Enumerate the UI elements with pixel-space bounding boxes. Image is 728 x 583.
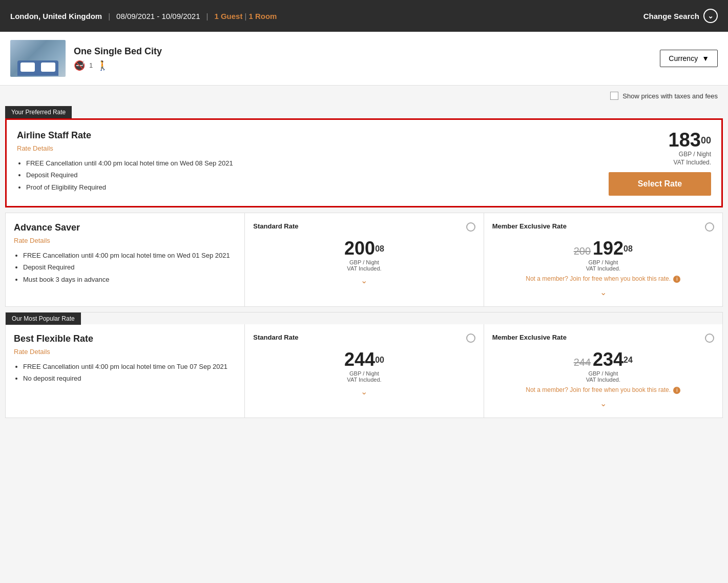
best-flexible-details-link[interactable]: Rate Details <box>14 348 50 356</box>
preferred-feature-3: Proof of Eligibility Required <box>26 181 609 193</box>
best-flexible-standard-price-dec: 00 <box>375 356 384 364</box>
taxes-checkbox[interactable] <box>610 92 618 100</box>
filters-bar: Show prices with taxes and fees <box>0 86 728 106</box>
room-info: One Single Bed City 🚭 1 🚶 <box>74 46 162 71</box>
room-name: One Single Bed City <box>74 46 162 57</box>
preferred-price-display: 18300 <box>669 130 711 150</box>
preferred-badge: Your Preferred Rate <box>5 106 72 118</box>
header: London, United Kingdom | 08/09/2021 - 10… <box>0 0 728 32</box>
advance-saver-standard-note: VAT Included. <box>253 265 475 272</box>
header-guests: 1 Guest <box>214 12 242 20</box>
best-flexible-wrapper: Our Most Popular Rate Best Flexible Rate… <box>5 312 723 418</box>
room-header: One Single Bed City 🚭 1 🚶 Currency ▼ <box>0 32 728 86</box>
best-flexible-standard-radio[interactable] <box>466 334 475 343</box>
preferred-price-unit: GBP / Night <box>669 151 711 158</box>
advance-saver-member-radio[interactable] <box>705 222 714 232</box>
advance-saver-details-link[interactable]: Rate Details <box>14 237 50 244</box>
info-icon-2: i <box>673 387 680 394</box>
preferred-rate-name: Airline Staff Rate <box>17 130 609 141</box>
advance-saver-row: Advance Saver Rate Details FREE Cancella… <box>6 213 722 306</box>
preferred-section: Your Preferred Rate Airline Staff Rate R… <box>5 106 723 207</box>
currency-label: Currency <box>669 54 698 63</box>
best-flexible-member-expand[interactable]: ⌄ <box>492 399 714 408</box>
advance-saver-features: FREE Cancellation until 4:00 pm local ho… <box>14 249 236 285</box>
header-divider-2: | <box>206 12 209 20</box>
change-search-button[interactable]: Change Search ⌄ <box>643 9 718 23</box>
header-rooms: 1 Room <box>248 12 277 20</box>
currency-button[interactable]: Currency ▼ <box>660 50 718 67</box>
best-flexible-member-note: VAT Included. <box>492 377 714 383</box>
best-flexible-features: FREE Cancellation until 4:00 pm local ho… <box>14 361 236 385</box>
best-flexible-member-radio[interactable] <box>705 334 714 343</box>
best-flexible-feature-2: No deposit required <box>23 372 236 384</box>
advance-saver-member-header: Member Exclusive Rate <box>492 222 714 232</box>
preferred-price-decimal: 00 <box>701 135 711 145</box>
best-flexible-standard-expand[interactable]: ⌄ <box>253 387 475 397</box>
advance-saver-member-label: Member Exclusive Rate <box>492 222 567 230</box>
best-flexible-feature-1: FREE Cancellation until 4:00 pm local ho… <box>23 361 236 372</box>
room-image-inner <box>10 40 66 77</box>
advance-saver-promo-text: Not a member? Join for free when you boo… <box>526 275 671 282</box>
advance-saver-standard-col: Standard Rate 20008 GBP / Night VAT Incl… <box>244 213 483 306</box>
best-flexible-info-col: Best Flexible Rate Rate Details FREE Can… <box>6 324 244 418</box>
advance-saver-member-expand[interactable]: ⌄ <box>492 287 714 297</box>
best-flexible-standard-header: Standard Rate <box>253 334 475 343</box>
preferred-price-whole: 183 <box>669 129 701 151</box>
rates-section: Advance Saver Rate Details FREE Cancella… <box>5 213 723 418</box>
currency-chevron-icon: ▼ <box>702 54 709 63</box>
advance-saver-standard-price-whole: 200 <box>344 238 375 259</box>
room-icons: 🚭 1 🚶 <box>74 60 162 71</box>
header-divider-1: | <box>108 12 110 20</box>
advance-saver-wrapper: Advance Saver Rate Details FREE Cancella… <box>5 213 723 307</box>
advance-saver-info-col: Advance Saver Rate Details FREE Cancella… <box>6 213 244 306</box>
header-dates: 08/09/2021 - 10/09/2021 <box>116 12 200 20</box>
preferred-rate-card: Airline Staff Rate Rate Details FREE Can… <box>5 118 723 207</box>
preferred-price-note: VAT Included. <box>669 159 711 166</box>
advance-saver-member-unit: GBP / Night <box>492 259 714 265</box>
header-search-info: London, United Kingdom | 08/09/2021 - 10… <box>10 12 277 20</box>
best-flexible-name: Best Flexible Rate <box>14 334 236 344</box>
advance-saver-feature-1: FREE Cancellation until 4:00 pm local ho… <box>23 249 236 261</box>
room-header-left: One Single Bed City 🚭 1 🚶 <box>10 40 162 77</box>
best-flexible-member-price-whole: 234 <box>593 349 623 370</box>
advance-saver-member-price-dec: 08 <box>623 244 633 253</box>
preferred-rate-details-link[interactable]: Rate Details <box>17 144 53 152</box>
info-icon: i <box>673 276 680 283</box>
room-image <box>10 40 66 77</box>
best-flexible-member-header: Member Exclusive Rate <box>492 334 714 343</box>
best-flexible-standard-unit: GBP / Night <box>253 370 475 377</box>
preferred-badge-label: Your Preferred Rate <box>5 106 72 118</box>
best-flexible-standard-price-whole: 244 <box>344 349 375 370</box>
best-flexible-member-old-price: 244 <box>574 357 591 368</box>
best-flexible-member-col: Member Exclusive Rate 244 23424 GBP / Ni… <box>484 324 722 418</box>
room-guests-count: 1 <box>89 61 93 69</box>
advance-saver-member-note: VAT Included. <box>492 265 714 272</box>
chevron-down-icon: ⌄ <box>703 9 718 23</box>
advance-saver-member-col: Member Exclusive Rate 200 19208 GBP / Ni… <box>484 213 722 306</box>
person-icon: 🚶 <box>97 60 108 71</box>
advance-saver-standard-price: 20008 GBP / Night VAT Included. <box>253 238 475 272</box>
preferred-rate-right: 18300 GBP / Night VAT Included. Select R… <box>609 130 711 196</box>
best-flexible-member-promo: Not a member? Join for free when you boo… <box>492 386 714 394</box>
advance-saver-member-price-whole: 192 <box>593 238 623 259</box>
advance-saver-feature-2: Deposit Required <box>23 261 236 273</box>
best-flexible-standard-note: VAT Included. <box>253 377 475 383</box>
advance-saver-feature-3: Must book 3 days in advance <box>23 274 236 285</box>
change-search-label: Change Search <box>643 12 699 20</box>
advance-saver-standard-radio[interactable] <box>466 222 475 232</box>
advance-saver-name: Advance Saver <box>14 222 236 233</box>
best-flexible-member-unit: GBP / Night <box>492 370 714 377</box>
header-location: London, United Kingdom <box>10 12 102 20</box>
best-flexible-standard-label: Standard Rate <box>253 334 298 341</box>
best-flexible-standard-col: Standard Rate 24400 GBP / Night VAT Incl… <box>244 324 483 418</box>
preferred-rate-features: FREE Cancellation until 4:00 pm local ho… <box>17 157 609 193</box>
preferred-price-block: 18300 GBP / Night VAT Included. <box>669 130 711 166</box>
no-smoking-icon: 🚭 <box>74 60 85 71</box>
room-image-bed <box>17 60 58 76</box>
best-flexible-member-label: Member Exclusive Rate <box>492 334 567 341</box>
advance-saver-standard-header: Standard Rate <box>253 222 475 232</box>
advance-saver-standard-expand[interactable]: ⌄ <box>253 276 475 285</box>
preferred-feature-2: Deposit Required <box>26 169 609 181</box>
advance-saver-member-price: 200 19208 GBP / Night VAT Included. Not … <box>492 238 714 283</box>
select-rate-button[interactable]: Select Rate <box>609 172 711 196</box>
